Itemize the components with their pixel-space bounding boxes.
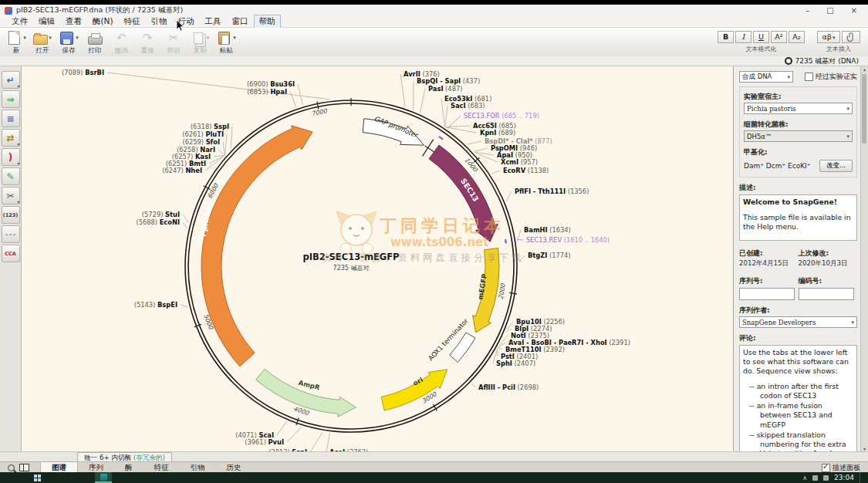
scrollbar-thumb[interactable] [862,74,866,144]
bold-button[interactable]: B [718,31,734,43]
dropdown-arrow-icon[interactable]: ▾ [207,35,210,41]
feature-megfp[interactable] [473,248,499,333]
enzyme-label[interactable]: (6318) SspI [191,123,229,130]
sidebar-tool-alignment[interactable]: ≡ [2,110,20,127]
menu-item-5[interactable]: 引物 [146,15,173,29]
verified-checkbox[interactable]: 经过实验证实 [805,72,857,82]
bp-indicator[interactable]: 7235 碱基对 (DNA) [795,56,859,66]
sidebar-tool-translate-arrows[interactable]: ⇄▾ [2,129,20,147]
sidebar-tool-numbering[interactable]: (123) [2,206,20,224]
close-button[interactable]: × [851,7,857,15]
scroll-down-icon[interactable]: ▾ [861,446,868,451]
minimize-button[interactable]: – [806,7,809,15]
dropdown-arrow-icon[interactable]: ▾ [49,35,52,41]
view-tab-sequence[interactable]: 序列 [78,462,114,473]
feature-sec13[interactable] [429,145,498,242]
clock[interactable]: 23:04 [834,474,854,481]
feature-label[interactable]: AmpR [298,379,321,392]
host-select[interactable]: Pichia pastoris▾ [744,103,853,114]
enzyme-label[interactable]: BtgZI (1774) [528,252,571,259]
enzyme-label[interactable]: (6247) NheI [162,167,202,174]
sidebar-tool-dashes[interactable]: - - - [2,225,20,243]
sidebar-tool-cca-end[interactable]: CCA [2,245,20,262]
dropdown-arrow-icon[interactable]: ▾ [76,35,79,41]
start-button[interactable] [34,475,41,481]
serial-number-input[interactable] [739,288,795,300]
enzyme-label[interactable]: BspQI - SapI (437) [417,77,480,85]
enzyme-label[interactable]: PflFI - Tth111I (1356) [515,187,589,195]
new-button[interactable]: ▾新 [5,30,28,56]
dropdown-arrow-icon[interactable]: ▾ [23,35,26,41]
menu-item-1[interactable]: 编辑 [33,15,60,29]
enzyme-label[interactable]: (6853) HpaI [247,88,287,96]
feature-pphis4[interactable] [201,126,312,366]
underline-button[interactable]: U [753,31,769,43]
subscript-button[interactable]: A₂ [789,31,805,43]
enzyme-label[interactable]: (6259) SfoI [182,138,220,146]
plasmid-map[interactable]: 1000200030004000500060007000GAP promoter… [22,66,733,451]
menu-item-3[interactable]: 酶(N) [87,15,119,29]
sidebar-tool-pencil[interactable]: ✎ [2,167,20,185]
maximize-button[interactable]: □ [826,7,833,15]
code-number-input[interactable] [799,288,854,300]
undo-button[interactable]: ↶撤消 [110,30,133,56]
primer-arrow[interactable] [439,137,443,140]
view-tab-primers[interactable]: 引物 [180,462,216,473]
dna-type-select[interactable]: 合成 DNA▾ [739,71,793,83]
superscript-button[interactable]: A² [771,31,787,43]
tray-icon[interactable] [812,475,818,481]
open-button[interactable]: ▾打开 [31,30,54,56]
enzyme-label[interactable]: (7089) BsrBI [62,69,104,76]
redo-button[interactable]: ↷重做 [136,30,159,56]
enzyme-label[interactable]: (3961) PvuI [245,438,284,446]
menu-item-0[interactable]: 文件 [6,15,33,29]
enzyme-label[interactable]: BamHI (1634) [524,226,571,234]
taskbar-app-snapgene[interactable] [95,472,112,483]
enzyme-label[interactable]: XcmI (957) [501,158,538,166]
menu-item-4[interactable]: 特征 [119,15,146,29]
primer-arrow[interactable] [505,239,506,243]
panel-scrollbar[interactable]: ▴ ▾ [860,66,868,451]
enzyme-label[interactable]: (6261) PluTI [182,130,224,138]
description-box[interactable]: Welcome to SnapGene! This sample file is… [739,194,857,241]
enzyme-label[interactable]: PasI (487) [428,85,462,93]
view-tab-history[interactable]: 历史 [216,462,252,473]
enzyme-label[interactable]: SacI (683) [451,102,485,110]
dropdown-arrow-icon[interactable]: ▾ [233,35,236,41]
author-select[interactable]: SnapGene Developers▾ [739,316,857,328]
change-methylation-button[interactable]: 改变... [819,160,853,172]
alphabet-insert-button[interactable]: αβ▾ [817,31,840,43]
notification-edge[interactable] [860,472,863,483]
sidebar-tool-goto-arrow[interactable]: ⇒ [2,90,20,108]
menu-item-8[interactable]: 窗口 [227,15,254,29]
cut-button[interactable]: ✂剪切 [162,30,185,56]
sidebar-tool-arc-tool[interactable]: )▾ [2,148,20,166]
print-button[interactable]: 打印 [83,30,106,56]
view-tab-map[interactable]: 图谱 [40,462,78,473]
tray-icon[interactable] [823,475,829,481]
enzyme-label[interactable]: (6900) Bsu36I [247,80,295,88]
enzyme-label[interactable]: SphI (2407) [496,360,535,367]
primer-label[interactable]: SEC13.REV (1610 .. 1640) [526,236,610,244]
attach-file-button[interactable] [842,31,860,43]
enzyme-label[interactable]: (5143) BspEI [134,301,177,309]
menu-item-2[interactable]: 查看 [60,15,87,29]
menu-item-9[interactable]: 帮助 [254,15,281,29]
split-view-icon[interactable] [19,464,29,471]
enzyme-label[interactable]: KpnI (689) [480,129,515,137]
sidebar-tool-feature-arrow[interactable]: ↵▾ [2,71,20,89]
menu-item-7[interactable]: 工具 [200,15,227,29]
copy-button[interactable]: ▾复制 [188,30,211,56]
enzyme-label[interactable]: AflIII - PciI (2698) [478,383,539,391]
strain-select[interactable]: DH5α™▾ [744,130,853,142]
paste-button[interactable]: ▾粘贴 [214,30,238,56]
tray-expand-icon[interactable]: ∧ [802,475,807,481]
italic-button[interactable]: I [735,31,751,43]
enzyme-label[interactable]: (5688) EcoNI [136,218,180,226]
primer-label[interactable]: SEC13.FOR (685 .. 719) [464,112,539,120]
view-tab-features[interactable]: 特征 [144,462,180,473]
scroll-up-icon[interactable]: ▴ [861,66,868,72]
save-button[interactable]: ▾保存 [57,30,80,56]
sidebar-tool-enzyme-tool[interactable]: ✂▾ [2,187,20,204]
enzyme-label[interactable]: (5729) StuI [142,211,180,218]
